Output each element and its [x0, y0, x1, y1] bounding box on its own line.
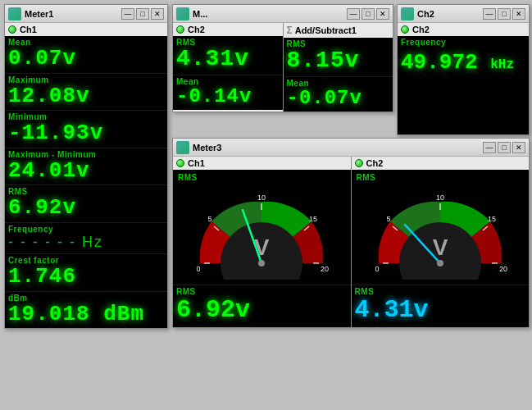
- meter2-ch2-mean-value: -0.14v: [176, 86, 280, 107]
- meter3-ch1-gauge-area: RMS: [173, 170, 351, 285]
- meter1-min-row: Minimum -11.93v: [5, 110, 167, 148]
- meter1-rms-value: 6.92v: [8, 196, 164, 220]
- meter3-channels: Ch1 RMS: [173, 157, 529, 327]
- svg-text:20: 20: [321, 265, 329, 273]
- meter2-titlebar[interactable]: M... — □ ✕: [173, 5, 393, 23]
- meter2-title: M...: [193, 9, 347, 19]
- meter2-ch2-freq-maximize[interactable]: □: [498, 8, 511, 20]
- meter2-ch2-freq-titlebar[interactable]: Ch2 — □ ✕: [398, 5, 529, 23]
- meter3-ch1-panel: Ch1 RMS: [173, 157, 352, 327]
- meter3-ch1-rms-label: RMS: [175, 173, 349, 182]
- meter1-freq-value: - - - - - - Hz: [8, 234, 164, 251]
- meter2-minimize[interactable]: —: [347, 8, 360, 20]
- meter2-addsub-label: Add/Subtract1: [295, 25, 357, 35]
- meter1-mean-row: Mean 0.07v: [5, 36, 167, 73]
- meter2-ch2-freq-minimize[interactable]: —: [483, 8, 496, 20]
- meter3-ch2-rms-value: 4.31v: [355, 296, 526, 324]
- meter1-window: Meter1 — □ ✕ Ch1 Mean 0.07v Maximum 12.0…: [4, 4, 168, 329]
- meter2-ch2-header: Ch2: [173, 23, 283, 36]
- meter1-dbm-value: 19.018 dBm: [8, 303, 164, 326]
- meter2-ch2-freq-value: 49.972 kHz: [401, 50, 525, 75]
- meter2-addsub-rms-value: 8.15v: [287, 48, 390, 74]
- meter1-max-value: 12.08v: [8, 84, 164, 108]
- meter3-ch2-rms-label: RMS: [353, 173, 528, 182]
- meter2-ch2-rms-value: 4.31v: [176, 47, 280, 72]
- ch1-dot: [8, 25, 16, 34]
- meter1-close[interactable]: ✕: [151, 8, 164, 20]
- meter3-ch2-panel: Ch2 RMS: [352, 157, 530, 327]
- meter2-ch2-panel: Ch2 RMS 4.31v Mean -0.14v: [173, 23, 284, 112]
- meter3-ch2-rms-row: RMS 4.31v: [352, 285, 530, 327]
- meter3-icon: [176, 141, 189, 154]
- svg-text:5: 5: [208, 215, 212, 223]
- meter3-ch2-gauge: 0 5 10 15 20 V: [353, 182, 528, 283]
- meter2-addsub-header: Σ Add/Subtract1: [284, 23, 393, 38]
- meter1-controls: — □ ✕: [121, 8, 164, 20]
- meter2-addsub-rms-row: RMS 8.15v: [284, 38, 393, 76]
- meter2-ch2-freq-ch-label: Ch2: [412, 25, 430, 34]
- meter3-ch2-gauge-area: RMS: [352, 170, 530, 285]
- meter2-ch2-freq-window: Ch2 — □ ✕ Ch2 Frequency 49.972 kHz: [397, 4, 530, 135]
- meter2-ch2-freq-ch-dot: [401, 25, 409, 34]
- meter3-ch2-header: Ch2: [352, 157, 530, 170]
- meter3-window: Meter3 — □ ✕ Ch1 RMS: [172, 138, 530, 328]
- meter3-ch1-rms-label2: RMS: [176, 287, 348, 296]
- meter1-maxmin-value: 24.01v: [8, 159, 164, 183]
- meter2-close[interactable]: ✕: [376, 8, 389, 20]
- meter3-title: Meter3: [193, 143, 483, 153]
- svg-point-28: [437, 260, 443, 266]
- meter3-minimize[interactable]: —: [483, 142, 496, 153]
- meter2-ch2-freq-controls: — □ ✕: [483, 8, 525, 20]
- meter2-ch2-label: Ch2: [188, 25, 205, 34]
- meter2-addsub-panel: Σ Add/Subtract1 RMS 8.15v Mean -0.07v: [284, 23, 393, 112]
- meter1-freq-row: Frequency - - - - - - Hz: [5, 222, 167, 253]
- meter3-ch1-header: Ch1: [173, 157, 351, 170]
- meter1-icon: [8, 7, 21, 20]
- meter3-ch1-dot: [176, 159, 184, 167]
- meter3-titlebar[interactable]: Meter3 — □ ✕: [173, 139, 529, 157]
- meter2-ch2-freq-icon: [401, 7, 414, 20]
- meter1-ch1-label: Ch1: [20, 25, 37, 34]
- meter2-icon: [176, 7, 189, 20]
- meter2-ch2-freq-ch-header: Ch2: [398, 23, 529, 36]
- svg-text:0: 0: [375, 265, 379, 273]
- meter2-maximize[interactable]: □: [361, 8, 375, 20]
- meter3-controls: — □ ✕: [483, 142, 525, 153]
- meter1-title: Meter1: [25, 9, 121, 19]
- meter3-maximize[interactable]: □: [498, 142, 511, 153]
- meter1-freq-label: Frequency: [8, 225, 164, 234]
- svg-text:15: 15: [488, 215, 496, 223]
- meter1-titlebar[interactable]: Meter1 — □ ✕: [5, 5, 167, 23]
- meter3-ch1-rms-row: RMS 6.92v: [173, 285, 351, 327]
- meter1-crest-row: Crest factor 1.746: [5, 253, 167, 291]
- meter2-panels: Ch2 RMS 4.31v Mean -0.14v Σ Add/Subtract…: [173, 23, 393, 112]
- meter1-dbm-row: dBm 19.018 dBm: [5, 291, 167, 329]
- meter3-ch1-rms-value: 6.92v: [176, 296, 348, 324]
- meter2-addsub-mean-value: -0.07v: [287, 88, 390, 109]
- meter3-ch1-gauge: 0 5 10 15 20 V: [175, 182, 349, 283]
- meter1-crest-value: 1.746: [8, 265, 164, 289]
- meter1-mean-value: 0.07v: [8, 47, 164, 71]
- meter1-maximize[interactable]: □: [136, 8, 149, 20]
- svg-text:20: 20: [499, 265, 507, 273]
- meter2-ch2-freq-content: Frequency 49.972 kHz: [398, 36, 529, 134]
- meter3-ch2-label: Ch2: [366, 158, 384, 168]
- meter3-close[interactable]: ✕: [512, 142, 525, 153]
- meter2-ch2-freq-title: Ch2: [417, 9, 483, 19]
- meter1-maxmin-row: Maximum - Minimum 24.01v: [5, 148, 167, 185]
- meter1-min-value: -11.93v: [8, 121, 164, 145]
- svg-text:0: 0: [197, 265, 201, 273]
- meter2-ch2-freq-close[interactable]: ✕: [512, 8, 525, 20]
- svg-text:10: 10: [436, 194, 444, 202]
- svg-text:10: 10: [257, 194, 266, 202]
- meter2-ch2-mean-row: Mean -0.14v: [173, 75, 283, 110]
- meter1-ch1-header: Ch1: [5, 23, 167, 36]
- meter1-minimize[interactable]: —: [121, 8, 134, 20]
- svg-text:5: 5: [386, 215, 390, 223]
- svg-point-14: [258, 260, 265, 266]
- meter3-ch2-dot: [355, 159, 363, 167]
- meter1-rms-row: RMS 6.92v: [5, 184, 167, 222]
- svg-text:15: 15: [309, 215, 317, 223]
- meter2-ch2-dot: [176, 25, 184, 34]
- meter2-addsub-mean-row: Mean -0.07v: [284, 76, 393, 112]
